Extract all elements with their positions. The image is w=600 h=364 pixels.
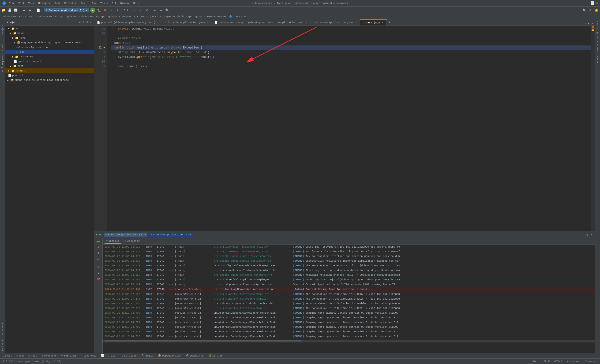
bc-consumer2[interactable]: consumer — [214, 15, 227, 18]
bottom-tab-terminal[interactable]: ⌨ Terminal — [60, 354, 78, 358]
menu-run[interactable]: Run — [92, 2, 97, 5]
tree-resources[interactable]: ▼ 📁 resources — [5, 54, 94, 59]
log-row[interactable]: 2023-08-22 11:10:24.708 INFO 17040 --- [… — [103, 311, 595, 315]
pull-requests-toggle[interactable]: Pull Requests — [0, 54, 5, 73]
commit-panel-toggle[interactable]: Commit — [0, 39, 5, 53]
maximize-btn[interactable]: ⬜ — [591, 1, 594, 5]
consumer-app-config[interactable]: ▶ ConsumerApplication (1) ✕ — [149, 233, 193, 237]
profile-button[interactable]: ⚡ — [115, 8, 120, 13]
scroll-to-end-btn[interactable]: ⤓ — [96, 251, 101, 256]
actuator-tab[interactable]: ⚡ Actuator — [123, 238, 141, 244]
bottom-tab-run[interactable]: ▶ Run — [15, 354, 25, 358]
forward-btn[interactable]: ▶ — [28, 8, 33, 13]
menu-edit[interactable]: Edit — [18, 2, 24, 5]
log-panel[interactable]: 2023-08-22 11:00:24.910 INFO 17040 --- [… — [103, 245, 595, 353]
tree-java[interactable]: ▼ 📁 java — [5, 36, 94, 40]
save-btn[interactable]: 💾 — [7, 8, 12, 13]
log-row[interactable]: 2023-08-22 11:00:37.474 INFO 17040 --- [… — [103, 297, 595, 301]
bottom-tab-endpoints[interactable]: 🔗 Endpoints — [184, 354, 205, 358]
bc-java[interactable]: java — [150, 15, 156, 18]
tree-task[interactable]: ☕ Task — [5, 50, 94, 54]
refresh-btn[interactable]: 🔄 — [13, 8, 18, 13]
bc-org[interactable]: org — [159, 15, 163, 18]
indent[interactable]: 4 spaces — [566, 360, 580, 363]
encoding[interactable]: UTF-8 — [553, 360, 563, 363]
menu-window[interactable]: Window — [120, 2, 130, 5]
tab-provider-app[interactable]: ☕ ProviderApplication.java ✕ — [162, 19, 212, 26]
menu-git[interactable]: Git — [112, 2, 116, 5]
bc-demo[interactable]: demo — [206, 15, 212, 18]
recent-files-btn[interactable]: 📄 — [36, 8, 41, 13]
provider-app-config[interactable]: ▶ ProviderApplication (3) ✕ — [104, 233, 147, 237]
run-config-selector[interactable]: ⚙ ConsumerApplication (1) ▼ — [44, 8, 89, 12]
log-row[interactable]: 2023-08-22 11:00:24.919 INFO 17040 --- [… — [103, 268, 595, 273]
git-branch-btn[interactable]: ⎇ — [144, 8, 149, 13]
menu-help[interactable]: Help — [133, 2, 140, 5]
search-everywhere-btn[interactable]: 🔍 — [582, 8, 587, 13]
tab-app-yaml[interactable]: 📄 dubbo-samples-spring-boot-provider\...… — [212, 19, 311, 26]
bottom-tab-git[interactable]: ⎇ Git — [2, 354, 13, 358]
menu-tools[interactable]: Tools — [100, 2, 108, 5]
bc-consumer[interactable]: dubbo-samples-spring-boot-consumer — [79, 15, 131, 18]
menu-navigate[interactable]: Navigate — [38, 2, 51, 5]
panel-close-icon[interactable]: ✕ — [590, 232, 593, 237]
coverage-button[interactable]: ☂ — [109, 8, 114, 13]
structure-toggle[interactable]: Structure — [0, 322, 5, 336]
close-btn[interactable]: ✕ — [596, 1, 598, 5]
cursor-position[interactable]: 148:1 — [530, 360, 540, 363]
log-row[interactable]: 2023-08-22 11:00:37.612 INFO 17040 --- [… — [103, 306, 595, 311]
notifications-panel-toggle[interactable]: Notifications — [595, 20, 600, 39]
bc-1-basic[interactable]: 1-basic — [24, 15, 35, 18]
log-row[interactable]: 2023-08-22 13:10:24.725 INFO 17040 --- [… — [103, 334, 595, 339]
scroll-up-btn[interactable]: ▲ — [591, 22, 593, 25]
bottom-tab-profiler[interactable]: 📊 Profiler — [99, 354, 119, 358]
menu-view[interactable]: View — [28, 2, 34, 5]
open-folder-btn[interactable]: 📁 — [1, 8, 6, 13]
filter-btn[interactable]: ▽ — [96, 265, 101, 270]
log-row[interactable]: 2023-08-22 12:10:24.720 INFO 17040 --- [… — [103, 325, 595, 329]
line-ending[interactable]: CRLF — [543, 360, 551, 363]
bc-spring-boot[interactable]: dubbo-samples-spring-boot — [38, 15, 76, 18]
code-editor[interactable]: 29 30 32 ● 33 34 35 36 private DemoS — [94, 26, 595, 231]
log-row[interactable]: 2023-08-22 11:00:24.917 INFO 17040 --- [… — [103, 254, 595, 259]
find-btn[interactable]: 🔍 — [165, 8, 170, 13]
tree-package[interactable]: ▼ 📦 org.apache.dubbo.springboot.demo.con… — [5, 40, 94, 45]
log-scrollbar[interactable] — [103, 340, 595, 342]
log-row[interactable]: 2023-08-22 11:00:24.918 INFO 17040 --- [… — [103, 259, 595, 263]
settings-btn[interactable]: ⚙ — [588, 8, 593, 13]
notifications-btn[interactable]: 🔔 — [594, 8, 599, 13]
log-row[interactable]: 2023-08-22 11:00:25.160 INFO 17040 --- [… — [103, 277, 595, 282]
debug-button[interactable]: 🐛 — [96, 8, 102, 13]
tree-app-yaml[interactable]: 📄 application.yaml — [5, 59, 94, 64]
tree-consumer-app[interactable]: ☕ ConsumerApplication — [5, 45, 94, 50]
bottom-tab-spring[interactable]: 🌿 Spring — [207, 354, 223, 358]
minimize-btn[interactable]: — — [586, 1, 588, 5]
tree-test[interactable]: ▶ 📁 test — [5, 64, 94, 68]
project-sync-icon[interactable]: ↕ — [82, 20, 85, 25]
project-expand-icon[interactable]: ≡ — [86, 20, 89, 25]
tree-target[interactable]: ▶ 📁 target — [5, 68, 94, 73]
log-row[interactable]: 2023-08-22 11:00:24.918 INFO 17040 --- [… — [103, 263, 595, 268]
menu-code[interactable]: Code — [54, 2, 60, 5]
bottom-tab-problems[interactable]: ⚠ Problems — [40, 354, 58, 358]
tab-overflow-btn[interactable]: ▼ — [387, 21, 392, 24]
console-tab[interactable]: ⌨ Console — [104, 238, 121, 244]
undo-btn[interactable]: ↩ — [152, 8, 158, 13]
code-content[interactable]: private DemoService demoService; ↑ Album… — [107, 26, 591, 231]
menu-refactor[interactable]: Refactor — [64, 2, 77, 5]
git-push-btn[interactable]: ✓ — [138, 8, 143, 13]
fold-btn[interactable]: ≡ — [96, 271, 101, 276]
bookmarks-toggle[interactable]: Bookmarks — [0, 336, 5, 353]
print-btn[interactable]: 🖨 — [96, 256, 101, 262]
tree-pom[interactable]: 📄 pom.xml — [5, 73, 94, 78]
log-row[interactable]: 2023-08-22 11:10:24.785 INFO 17040 --- [… — [103, 315, 595, 320]
bottom-tab-services[interactable]: ☁ Services — [120, 354, 138, 358]
gear-settings-icon[interactable]: ⚙ — [586, 232, 589, 237]
log-row[interactable]: 2023-08-22 11:00:24.928 INFO 17040 --- [… — [103, 273, 595, 277]
tree-interface-module[interactable]: ▶ 📦 dubbo-samples-spring-boot-interface — [5, 78, 94, 82]
project-gear-icon[interactable]: ⚙ — [79, 20, 81, 25]
menu-file[interactable]: File — [9, 2, 15, 5]
log-row[interactable]: 2023-08-22 12:00:24.799 INFO 17040 --- [… — [103, 320, 595, 325]
back-btn[interactable]: ◀ — [21, 8, 27, 13]
bc-dubbo-samples[interactable]: dubbo-samples — [2, 15, 22, 18]
